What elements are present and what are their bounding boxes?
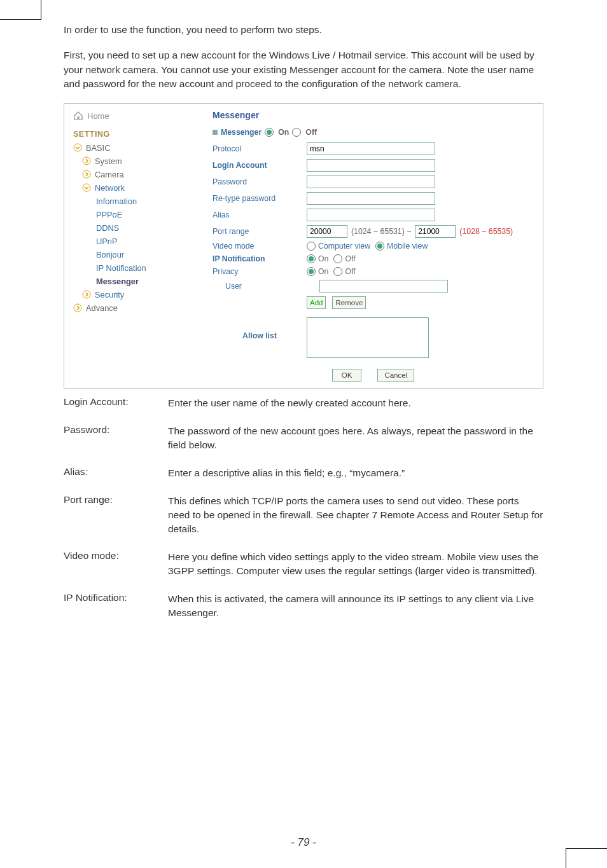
user-input[interactable] <box>319 280 448 293</box>
port-range-suffix: (1028 ~ 65535) <box>456 227 513 236</box>
port-end-input[interactable] <box>415 225 456 238</box>
crop-mark-tl <box>0 0 41 20</box>
intro-block: In order to use the function, you need t… <box>64 23 543 92</box>
def-video-val: Here you define which video settings app… <box>168 550 543 578</box>
retype-input[interactable] <box>307 192 435 205</box>
svg-point-1 <box>83 157 90 165</box>
ipnotif-on-radio[interactable] <box>307 254 316 263</box>
nav-information[interactable]: Information <box>64 195 207 208</box>
retype-label: Re-type password <box>213 194 307 203</box>
chevron-down-icon <box>82 183 91 192</box>
nav-bonjour-label: Bonjour <box>96 250 124 259</box>
user-label: User <box>213 282 319 291</box>
svg-point-0 <box>74 144 81 151</box>
setting-heading: SETTING <box>64 130 207 141</box>
nav-security[interactable]: Security <box>64 288 207 301</box>
svg-point-3 <box>83 184 90 191</box>
definitions: Login Account: Enter the user name of th… <box>64 396 543 620</box>
privacy-on-radio[interactable] <box>307 267 316 276</box>
privacy-off-radio[interactable] <box>333 267 342 276</box>
cancel-button[interactable]: Cancel <box>377 369 414 382</box>
privacy-on-label: On <box>317 267 333 276</box>
protocol-label: Protocol <box>213 144 307 153</box>
alias-label: Alias <box>213 210 307 219</box>
nav-system-label: System <box>95 156 122 166</box>
port-range-label: Port range <box>213 227 307 236</box>
chevron-down-icon <box>73 143 82 152</box>
def-port-key: Port range: <box>64 494 168 536</box>
ipnotif-off-radio[interactable] <box>333 254 342 263</box>
protocol-input[interactable] <box>307 142 435 155</box>
sidebar: Home SETTING BASIC System Camera N <box>64 104 207 388</box>
privacy-off-label: Off <box>344 267 355 276</box>
privacy-label: Privacy <box>213 267 307 276</box>
def-video-key: Video mode: <box>64 550 168 578</box>
video-computer-label: Computer view <box>317 242 375 251</box>
def-login-key: Login Account: <box>64 396 168 410</box>
messenger-on-radio[interactable] <box>265 128 274 137</box>
nav-network[interactable]: Network <box>64 181 207 195</box>
video-mobile-radio[interactable] <box>375 242 384 251</box>
nav-ddns[interactable]: DDNS <box>64 221 207 235</box>
nav-ipnotif[interactable]: IP Notification <box>64 261 207 275</box>
nav-messenger-label: Messenger <box>96 277 139 286</box>
svg-point-4 <box>83 291 90 298</box>
login-account-label: Login Account <box>213 161 307 170</box>
svg-point-5 <box>74 304 81 312</box>
home-link[interactable]: Home <box>64 111 207 130</box>
home-label: Home <box>87 111 109 121</box>
nav-upnp-label: UPnP <box>96 237 117 246</box>
form-panel: Messenger Messenger On Off Protocol Logi… <box>207 104 543 388</box>
nav-upnp[interactable]: UPnP <box>64 235 207 248</box>
form-title: Messenger <box>213 110 534 127</box>
nav-basic-label: BASIC <box>86 143 110 153</box>
def-alias-val: Enter a descriptive alias in this field;… <box>168 466 543 480</box>
def-ipn-val: When this is activated, the camera will … <box>168 592 543 620</box>
nav-pppoe-label: PPPoE <box>96 210 122 219</box>
ipnotif-off-label: Off <box>344 254 355 263</box>
password-label: Password <box>213 177 307 186</box>
nav-security-label: Security <box>95 290 124 300</box>
nav-camera[interactable]: Camera <box>64 168 207 181</box>
chevron-right-icon <box>82 170 91 179</box>
allow-list-box[interactable] <box>307 317 429 358</box>
def-ipn-key: IP Notification: <box>64 592 168 620</box>
nav-network-label: Network <box>95 183 125 193</box>
nav-basic[interactable]: BASIC <box>64 141 207 155</box>
intro-p1: In order to use the function, you need t… <box>64 23 543 37</box>
nav-camera-label: Camera <box>95 170 124 179</box>
def-port-val: This defines which TCP/IP ports the came… <box>168 494 543 536</box>
login-account-input[interactable] <box>307 159 435 172</box>
port-start-input[interactable] <box>307 225 347 238</box>
def-password-key: Password: <box>64 424 168 452</box>
nav-ipnotif-label: IP Notification <box>96 263 146 273</box>
nav-pppoe[interactable]: PPPoE <box>64 208 207 221</box>
ipnotif-on-label: On <box>317 254 333 263</box>
allow-list-label: Allow list <box>213 317 307 340</box>
nav-system[interactable]: System <box>64 155 207 168</box>
video-computer-radio[interactable] <box>307 242 316 251</box>
remove-button[interactable]: Remove <box>332 296 366 309</box>
password-input[interactable] <box>307 176 435 188</box>
nav-messenger[interactable]: Messenger <box>64 275 207 288</box>
chevron-right-icon <box>82 156 91 165</box>
ok-button[interactable]: OK <box>332 369 362 382</box>
messenger-off-radio[interactable] <box>292 128 301 137</box>
section-header: Messenger On Off <box>213 127 534 141</box>
section-label: Messenger <box>221 128 262 137</box>
config-screenshot: Home SETTING BASIC System Camera N <box>64 103 543 389</box>
svg-point-2 <box>83 170 90 178</box>
nav-ddns-label: DDNS <box>96 223 119 233</box>
ip-notification-label: IP Notification <box>213 254 307 263</box>
add-button[interactable]: Add <box>307 296 326 309</box>
video-mode-label: Video mode <box>213 242 307 251</box>
chevron-right-icon <box>82 290 91 299</box>
video-mobile-label: Mobile view <box>386 242 428 251</box>
nav-bonjour[interactable]: Bonjour <box>64 248 207 261</box>
nav-advance[interactable]: Advance <box>64 301 207 315</box>
nav-information-label: Information <box>96 196 137 206</box>
alias-input[interactable] <box>307 209 435 221</box>
crop-mark-br <box>566 848 607 868</box>
def-password-val: The password of the new account goes her… <box>168 424 543 452</box>
def-alias-key: Alias: <box>64 466 168 480</box>
